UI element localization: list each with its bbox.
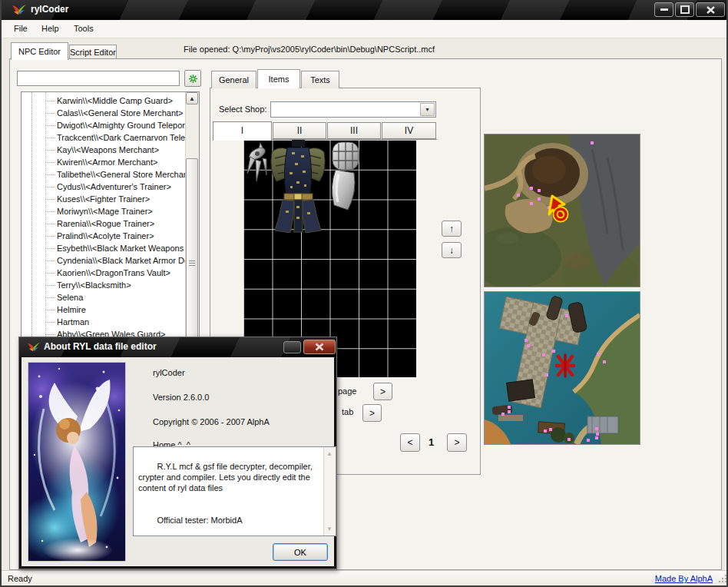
combobox-dropdown-button[interactable]: ▼ [420, 103, 435, 116]
tree-item[interactable]: Cydus\\<Adventurer's Trainer> [22, 181, 186, 193]
shop-tab-1[interactable]: I [213, 121, 272, 141]
map-preview-bottom[interactable] [484, 291, 640, 445]
official-tester: Official tester: MorbidA [157, 516, 242, 525]
tree-item-label: Cydus\\<Adventurer's Trainer> [57, 181, 171, 193]
tree-item[interactable]: Rarenia\\<Rogue Trainer> [22, 217, 186, 230]
menu-help[interactable]: Help [37, 22, 64, 35]
minimize-button[interactable] [654, 2, 673, 17]
tree-item-label: Hartman [57, 316, 89, 328]
tab-items[interactable]: Items [257, 69, 300, 88]
map-preview-top[interactable] [484, 134, 640, 287]
tree-item[interactable]: Terry\\<Blacksmith> [22, 279, 186, 291]
menu-file[interactable]: File [9, 22, 32, 35]
tree-item[interactable]: Kwiren\\<Armor Merchant> [22, 156, 186, 168]
tree-connector [45, 174, 55, 175]
tab-label: tab [342, 407, 353, 416]
tree-item[interactable]: Kuses\\<Fighter Trainer> [22, 193, 186, 205]
description-scrollbar[interactable]: ▲ ▼ [323, 447, 336, 536]
tree-rows: Karwin\\<Middle Camp Guard> Calas\\<Gene… [22, 95, 186, 340]
tree-item-label: Moriwyn\\<Mage Trainer> [57, 205, 153, 217]
tree-connector [45, 236, 55, 237]
tree-item[interactable]: Esybeth\\<Black Market Weapons I [22, 242, 186, 254]
tree-item[interactable]: Helmire [22, 303, 186, 316]
tree-item-label: Esybeth\\<Black Market Weapons I [57, 242, 186, 254]
shop-tab-2[interactable]: II [273, 122, 326, 139]
app-logo-icon [27, 342, 41, 353]
item-gauntlet[interactable] [326, 141, 363, 211]
tree-connector [45, 224, 55, 224]
about-description-box[interactable]: R.Y.L mcf & gsf file decrypter, decompil… [133, 446, 336, 536]
prev-page-button[interactable]: < [400, 433, 420, 452]
move-down-button[interactable]: ↓ [442, 242, 462, 258]
about-dialog-titlebar[interactable]: About RYL data file editor [19, 337, 336, 357]
tab-script-editor[interactable]: Script Editor [69, 45, 117, 60]
tree-item[interactable]: Dwigot\\<Almighty Ground Teleport [22, 119, 186, 131]
shop-combobox[interactable]: ▼ [270, 101, 436, 118]
item-claw[interactable] [245, 141, 271, 189]
tree-item[interactable]: Kay\\<Weapons Merchant> [22, 144, 186, 156]
npc-search-input[interactable] [17, 71, 180, 86]
resize-grip-icon[interactable] [718, 574, 727, 583]
app-logo-icon [12, 4, 27, 16]
tree-item-label: Kaorien\\<DragonTrans Vault> [57, 267, 170, 279]
status-bar: Ready Made By AlphA [2, 570, 728, 585]
item-plate-armor[interactable] [269, 140, 327, 233]
tree-connector [45, 322, 55, 323]
ok-button[interactable]: OK [273, 543, 328, 561]
tree-item-label: Rarenia\\<Rogue Trainer> [57, 217, 154, 230]
tree-item[interactable]: Cyndenia\\<Black Market Armor De [22, 254, 186, 267]
dialog-close-button[interactable] [303, 340, 336, 354]
tree-item[interactable]: Selena [22, 291, 186, 303]
tree-connector [45, 125, 55, 126]
tree-connector [45, 248, 55, 249]
tree-connector [45, 187, 55, 187]
tree-item[interactable]: Kaorien\\<DragonTrans Vault> [22, 267, 186, 279]
tree-item-label: Trackcent\\<Dark Caernarvon Tele [57, 131, 185, 144]
page-number: 1 [429, 436, 434, 448]
tree-connector [45, 138, 55, 138]
about-version: Version 2.6.0.0 [153, 393, 209, 402]
tree-connector [45, 162, 55, 163]
tree-connector [45, 211, 55, 212]
dialog-secondary-button[interactable] [283, 341, 301, 353]
page-label: page [338, 386, 356, 396]
tree-item-label: Dwigot\\<Almighty Ground Teleport [57, 119, 186, 131]
scroll-up-button[interactable]: ▲ [186, 92, 198, 104]
shop-tab-3[interactable]: III [327, 122, 381, 139]
tree-item[interactable]: Talibethe\\<General Store Merchan [22, 168, 186, 181]
tree-item[interactable]: Trackcent\\<Dark Caernarvon Tele [22, 131, 186, 144]
tree-item[interactable]: Moriwyn\\<Mage Trainer> [22, 205, 186, 217]
maximize-button[interactable] [675, 2, 694, 17]
next-arrow-icon: > [454, 437, 459, 448]
shop-tab-4[interactable]: IV [382, 122, 436, 139]
maximize-icon [680, 5, 690, 14]
tab-texts[interactable]: Texts [301, 71, 339, 88]
search-button[interactable] [184, 70, 201, 87]
copy-page-button[interactable]: > [373, 383, 392, 400]
description: R.Y.L mcf & gsf file decrypter, decompil… [138, 462, 315, 492]
tree-connector [45, 273, 55, 274]
about-app-name: rylCoder [153, 368, 185, 377]
tab-npc-editor[interactable]: NPC Editor [11, 42, 68, 60]
menu-tools[interactable]: Tools [69, 22, 98, 35]
move-up-button[interactable]: ↑ [442, 221, 462, 237]
next-page-button[interactable]: > [447, 433, 467, 452]
green-burst-icon [188, 74, 198, 84]
tree-item[interactable]: Hartman [22, 316, 186, 328]
tree-connector [45, 150, 55, 151]
made-by-link[interactable]: Made By AlphA [655, 574, 713, 583]
tree-item-label: Terry\\<Blacksmith> [57, 279, 131, 291]
status-text: Ready [8, 574, 32, 583]
down-arrow-icon: ↓ [449, 245, 454, 256]
close-button[interactable] [696, 2, 725, 17]
copy-tab-button[interactable]: > [362, 404, 382, 422]
tree-connector [45, 297, 55, 298]
tree-item[interactable]: Pralind\\<Acolyte Trainer> [22, 230, 186, 242]
prev-arrow-icon: < [407, 437, 412, 448]
about-dialog-title: About RYL data file editor [44, 341, 157, 352]
tree-item-label: Cyndenia\\<Black Market Armor De [57, 254, 186, 267]
tree-item[interactable]: Calas\\<General Store Merchant> [22, 107, 186, 119]
tab-general[interactable]: General [211, 71, 256, 88]
tree-item[interactable]: Karwin\\<Middle Camp Guard> [22, 95, 186, 107]
title-bar[interactable]: rylCoder [2, 0, 728, 20]
